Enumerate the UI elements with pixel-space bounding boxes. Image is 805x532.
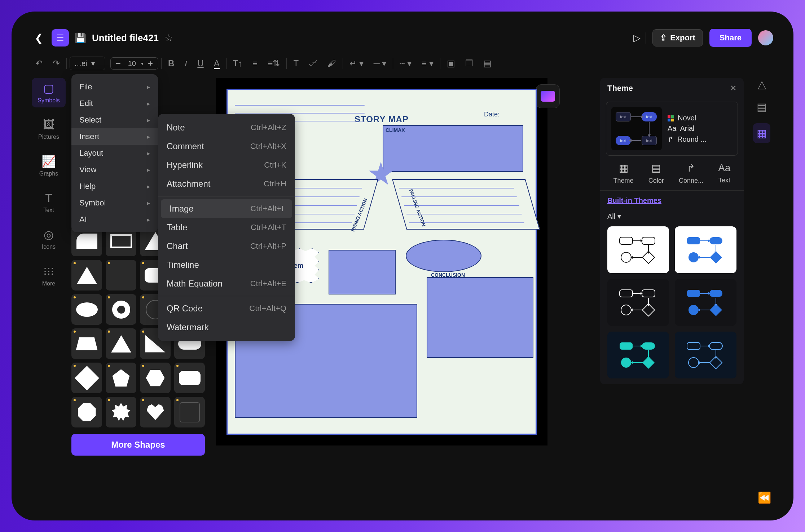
- font-color-icon[interactable]: A: [210, 56, 223, 71]
- avatar[interactable]: [758, 30, 773, 45]
- shape-triangle-3[interactable]: [106, 328, 136, 359]
- menu-symbol[interactable]: Symbol▸: [71, 195, 158, 211]
- theme-option-1[interactable]: [607, 226, 669, 273]
- font-size-stepper[interactable]: − 10 ▾ +: [110, 57, 158, 70]
- font-family-select[interactable]: …ei ▾: [70, 57, 105, 70]
- builtin-themes-link[interactable]: Built-in Themes: [607, 196, 661, 204]
- sidebar-item-symbols[interactable]: ▢Symbols: [32, 78, 66, 107]
- insert-attachment[interactable]: AttachmentCtrl+H: [158, 174, 295, 193]
- favorite-button[interactable]: ☆: [164, 32, 173, 44]
- shape-triangle-2[interactable]: [71, 260, 102, 291]
- bold-icon[interactable]: B: [164, 56, 178, 71]
- insert-chart[interactable]: ChartCtrl+Alt+P: [158, 237, 295, 256]
- canvas-conclusion-box[interactable]: [427, 277, 533, 358]
- line-height-icon[interactable]: ≡⇅: [264, 56, 283, 71]
- sidebar-item-more[interactable]: ⁝⁝⁝More: [32, 261, 66, 291]
- sidebar-item-text[interactable]: TText: [32, 188, 66, 217]
- sidebar-item-icons[interactable]: ◎Icons: [32, 224, 66, 254]
- svg-rect-47: [642, 342, 655, 350]
- menu-select[interactable]: Select▸: [71, 112, 158, 128]
- increase-font-button[interactable]: +: [146, 58, 155, 68]
- insert-hyperlink[interactable]: HyperlinkCtrl+K: [158, 156, 295, 174]
- close-theme-button[interactable]: ✕: [730, 84, 736, 93]
- svg-rect-26: [620, 290, 633, 297]
- theme-option-6[interactable]: [675, 332, 736, 378]
- insert-watermark[interactable]: Watermark: [158, 318, 295, 337]
- play-button[interactable]: ▷: [628, 32, 646, 44]
- insert-math-equation[interactable]: Math EquationCtrl+Alt+E: [158, 274, 295, 293]
- text-tab-icon: Aa: [718, 162, 730, 174]
- clear-format-icon[interactable]: ⍻: [305, 56, 321, 71]
- menu-layout[interactable]: Layout▸: [71, 145, 158, 161]
- layout-rail-icon[interactable]: ▤: [757, 101, 767, 113]
- share-button[interactable]: Share: [709, 29, 752, 47]
- sidebar-item-pictures[interactable]: 🖼Pictures: [32, 115, 66, 144]
- theme-option-5[interactable]: [607, 332, 669, 378]
- decrease-font-button[interactable]: −: [114, 58, 123, 68]
- speed-dial-icon[interactable]: ⏪: [758, 491, 771, 504]
- shape-donut[interactable]: [106, 294, 136, 325]
- menu-insert[interactable]: Insert▸: [71, 128, 158, 145]
- shape-octagon[interactable]: [71, 397, 102, 427]
- fill-icon[interactable]: △: [758, 78, 766, 90]
- shape-empty[interactable]: [174, 397, 205, 427]
- svg-rect-17: [709, 237, 722, 244]
- menu-help[interactable]: Help▸: [71, 178, 158, 195]
- canvas-rect-1[interactable]: [329, 250, 396, 294]
- insert-note[interactable]: NoteCtrl+Alt+Z: [158, 118, 295, 137]
- svg-rect-57: [709, 342, 722, 350]
- align-icon[interactable]: ≡: [249, 56, 261, 71]
- insert-comment[interactable]: CommentCtrl+Alt+X: [158, 137, 295, 156]
- undo-icon[interactable]: ↶: [32, 56, 46, 71]
- duplicate-icon[interactable]: ❐: [462, 56, 477, 71]
- theme-filter[interactable]: All▾: [607, 212, 736, 221]
- grid-icon: ▦: [619, 162, 628, 174]
- group-icon[interactable]: ▣: [443, 56, 459, 71]
- menu-edit[interactable]: Edit▸: [71, 95, 158, 112]
- arrange-icon[interactable]: ▤: [480, 56, 495, 71]
- canvas-ellipse-shape[interactable]: [406, 240, 481, 272]
- shape-diamond[interactable]: [71, 363, 102, 393]
- theme-option-2[interactable]: [675, 226, 736, 273]
- theme-tab-theme[interactable]: ▦Theme: [613, 162, 634, 185]
- case-icon[interactable]: T↑: [229, 56, 246, 71]
- menu-file[interactable]: File▸: [71, 79, 158, 95]
- shape-heart[interactable]: [140, 397, 171, 427]
- menu-ai[interactable]: AI▸: [71, 211, 158, 228]
- italic-icon[interactable]: I: [181, 57, 191, 71]
- insert-qr-code[interactable]: QR CodeCtrl+Alt+Q: [158, 299, 295, 318]
- export-button[interactable]: ⇪Export: [652, 29, 703, 46]
- shape-burst[interactable]: [106, 397, 136, 427]
- theme-preview[interactable]: texttexttexttext Novel AaArial ↱Round ..…: [606, 102, 738, 156]
- theme-tab-color[interactable]: ▤Color: [648, 162, 664, 185]
- theme-rail-icon[interactable]: ▦: [753, 123, 770, 143]
- theme-option-4[interactable]: [675, 279, 736, 326]
- text-tool-icon[interactable]: T: [290, 56, 302, 71]
- insert-table[interactable]: TableCtrl+Alt+T: [158, 218, 295, 237]
- shape-trapezoid[interactable]: [71, 328, 102, 359]
- ai-corner-button[interactable]: [536, 84, 560, 108]
- connector-icon[interactable]: ↵ ▾: [346, 56, 367, 71]
- theme-option-3[interactable]: [607, 279, 669, 326]
- sidebar-item-graphs[interactable]: 📈Graphs: [32, 151, 66, 181]
- line-weight-icon[interactable]: ≡ ▾: [418, 56, 437, 71]
- shape-rrect-4[interactable]: [174, 363, 205, 393]
- more-shapes-button[interactable]: More Shapes: [71, 434, 205, 456]
- dash-icon[interactable]: ┄ ▾: [396, 56, 415, 71]
- insert-image[interactable]: ImageCtrl+Alt+I: [161, 199, 292, 218]
- insert-timeline[interactable]: Timeline: [158, 256, 295, 274]
- menu-view[interactable]: View▸: [71, 161, 158, 178]
- theme-tab-text[interactable]: AaText: [718, 162, 730, 185]
- brush-icon[interactable]: 🖌: [324, 56, 340, 71]
- redo-icon[interactable]: ↷: [49, 56, 63, 71]
- line-style-icon[interactable]: ─ ▾: [370, 56, 390, 71]
- shape-hexagon[interactable]: [140, 363, 171, 393]
- back-button[interactable]: ❮: [32, 32, 46, 44]
- svg-rect-16: [687, 237, 700, 244]
- shape-ellipse[interactable]: [71, 294, 102, 325]
- theme-tab-connector[interactable]: ↱Conne...: [679, 162, 703, 185]
- shape-pentagon[interactable]: [106, 363, 136, 393]
- main-menu-button[interactable]: ☰: [52, 29, 69, 46]
- underline-icon[interactable]: U: [194, 56, 207, 71]
- shape-oct-stop[interactable]: [106, 260, 136, 291]
